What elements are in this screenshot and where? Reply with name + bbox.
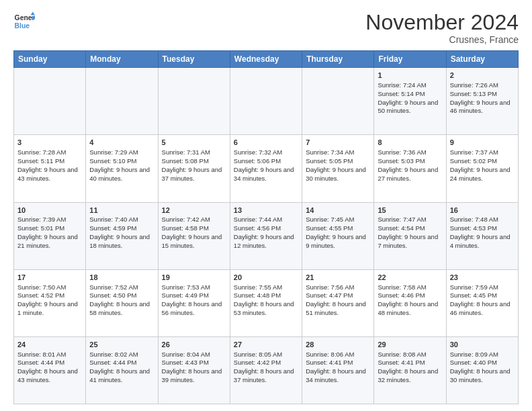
day-info: Sunrise: 8:04 AM <box>162 351 226 359</box>
day-info: Sunset: 4:46 PM <box>378 291 442 300</box>
calendar-cell: 6Sunrise: 7:32 AMSunset: 5:06 PMDaylight… <box>230 135 302 202</box>
calendar-cell <box>158 68 230 135</box>
day-info: Sunrise: 8:02 AM <box>89 351 154 359</box>
day-info: Sunrise: 7:29 AM <box>89 148 154 157</box>
day-info: Sunrise: 8:08 AM <box>378 351 442 359</box>
day-info: Sunrise: 7:59 AM <box>450 283 515 292</box>
calendar-cell: 10Sunrise: 7:39 AMSunset: 5:01 PMDayligh… <box>14 202 86 269</box>
day-number: 5 <box>162 138 226 148</box>
day-info: Sunset: 5:06 PM <box>234 157 298 166</box>
calendar-week-1: 1Sunrise: 7:24 AMSunset: 5:14 PMDaylight… <box>14 68 519 135</box>
day-info: Daylight: 9 hours and 27 minutes. <box>378 166 442 183</box>
logo: General Blue <box>13 11 35 32</box>
day-info: Sunset: 4:45 PM <box>450 291 515 300</box>
month-title: November 2024 <box>365 11 519 34</box>
day-number: 7 <box>306 138 370 148</box>
calendar-week-2: 3Sunrise: 7:28 AMSunset: 5:11 PMDaylight… <box>14 135 519 202</box>
day-info: Sunrise: 7:36 AM <box>378 148 442 157</box>
day-number: 18 <box>89 273 154 283</box>
day-info: Daylight: 9 hours and 4 minutes. <box>450 233 515 250</box>
day-info: Daylight: 8 hours and 58 minutes. <box>89 300 154 318</box>
day-info: Sunrise: 7:45 AM <box>306 216 370 224</box>
day-number: 11 <box>89 205 154 216</box>
day-info: Daylight: 8 hours and 53 minutes. <box>234 300 298 318</box>
day-info: Sunset: 4:55 PM <box>306 224 370 233</box>
day-info: Sunset: 4:47 PM <box>306 291 370 300</box>
day-info: Daylight: 8 hours and 39 minutes. <box>162 367 226 385</box>
day-info: Sunset: 5:11 PM <box>17 157 82 166</box>
day-info: Sunrise: 7:37 AM <box>450 148 515 157</box>
calendar-cell: 7Sunrise: 7:34 AMSunset: 5:05 PMDaylight… <box>302 135 374 202</box>
day-info: Sunrise: 7:24 AM <box>378 81 442 90</box>
day-info: Daylight: 8 hours and 32 minutes. <box>378 367 442 385</box>
day-info: Sunset: 4:54 PM <box>378 224 442 233</box>
day-info: Daylight: 9 hours and 37 minutes. <box>162 166 226 183</box>
calendar-cell: 14Sunrise: 7:45 AMSunset: 4:55 PMDayligh… <box>302 202 374 269</box>
day-info: Sunrise: 8:01 AM <box>17 351 82 359</box>
day-info: Sunset: 4:49 PM <box>162 291 226 300</box>
day-number: 22 <box>378 273 442 283</box>
day-info: Sunrise: 8:09 AM <box>450 351 515 359</box>
day-number: 23 <box>450 273 515 283</box>
calendar-cell <box>230 68 302 135</box>
day-number: 20 <box>234 273 298 283</box>
calendar-cell: 26Sunrise: 8:04 AMSunset: 4:43 PMDayligh… <box>158 336 230 404</box>
day-number: 26 <box>162 340 226 350</box>
day-info: Daylight: 9 hours and 7 minutes. <box>378 233 442 250</box>
day-info: Sunrise: 7:32 AM <box>234 148 298 157</box>
day-info: Sunset: 4:58 PM <box>162 224 226 233</box>
header-tuesday: Tuesday <box>158 51 230 68</box>
title-block: November 2024 Crusnes, France <box>365 11 519 45</box>
calendar-cell: 12Sunrise: 7:42 AMSunset: 4:58 PMDayligh… <box>158 202 230 269</box>
calendar-cell: 8Sunrise: 7:36 AMSunset: 5:03 PMDaylight… <box>374 135 446 202</box>
header-saturday: Saturday <box>446 51 518 68</box>
day-info: Sunset: 4:40 PM <box>450 359 515 367</box>
day-info: Sunset: 4:50 PM <box>89 291 154 300</box>
calendar-cell: 29Sunrise: 8:08 AMSunset: 4:41 PMDayligh… <box>374 336 446 404</box>
day-info: Daylight: 9 hours and 15 minutes. <box>162 233 226 250</box>
day-number: 28 <box>306 340 370 350</box>
day-number: 27 <box>234 340 298 350</box>
calendar-cell: 5Sunrise: 7:31 AMSunset: 5:08 PMDaylight… <box>158 135 230 202</box>
calendar-cell: 2Sunrise: 7:26 AMSunset: 5:13 PMDaylight… <box>446 68 518 135</box>
day-info: Sunset: 4:56 PM <box>234 224 298 233</box>
header-thursday: Thursday <box>302 51 374 68</box>
day-info: Daylight: 9 hours and 43 minutes. <box>17 166 82 183</box>
day-number: 21 <box>306 273 370 283</box>
calendar-cell: 13Sunrise: 7:44 AMSunset: 4:56 PMDayligh… <box>230 202 302 269</box>
calendar-cell: 18Sunrise: 7:52 AMSunset: 4:50 PMDayligh… <box>86 269 158 336</box>
day-info: Daylight: 8 hours and 34 minutes. <box>306 367 370 385</box>
calendar-cell: 17Sunrise: 7:50 AMSunset: 4:52 PMDayligh… <box>14 269 86 336</box>
header-wednesday: Wednesday <box>230 51 302 68</box>
calendar-week-5: 24Sunrise: 8:01 AMSunset: 4:44 PMDayligh… <box>14 336 519 404</box>
page-header: General Blue November 2024 Crusnes, Fran… <box>13 11 519 45</box>
header-monday: Monday <box>86 51 158 68</box>
day-info: Sunrise: 7:39 AM <box>17 216 82 224</box>
day-info: Sunset: 5:02 PM <box>450 157 515 166</box>
day-info: Daylight: 9 hours and 9 minutes. <box>306 233 370 250</box>
day-info: Sunrise: 7:58 AM <box>378 283 442 292</box>
day-info: Sunrise: 7:40 AM <box>89 216 154 224</box>
day-info: Sunset: 4:53 PM <box>450 224 515 233</box>
day-info: Sunset: 5:01 PM <box>17 224 82 233</box>
day-info: Daylight: 9 hours and 24 minutes. <box>450 166 515 183</box>
day-number: 25 <box>89 340 154 350</box>
location-subtitle: Crusnes, France <box>365 34 519 45</box>
calendar-week-4: 17Sunrise: 7:50 AMSunset: 4:52 PMDayligh… <box>14 269 519 336</box>
day-info: Daylight: 9 hours and 1 minute. <box>17 300 82 318</box>
day-info: Sunrise: 7:47 AM <box>378 216 442 224</box>
day-info: Sunrise: 7:48 AM <box>450 216 515 224</box>
day-info: Sunset: 4:52 PM <box>17 291 82 300</box>
day-info: Daylight: 9 hours and 18 minutes. <box>89 233 154 250</box>
svg-marker-2 <box>31 12 35 15</box>
logo-icon: General Blue <box>13 11 35 32</box>
day-info: Sunset: 4:59 PM <box>89 224 154 233</box>
day-number: 29 <box>378 340 442 350</box>
day-info: Sunrise: 8:06 AM <box>306 351 370 359</box>
day-info: Sunset: 5:08 PM <box>162 157 226 166</box>
day-info: Sunrise: 7:53 AM <box>162 283 226 292</box>
day-number: 1 <box>378 71 442 81</box>
day-info: Daylight: 9 hours and 21 minutes. <box>17 233 82 250</box>
header-sunday: Sunday <box>14 51 86 68</box>
day-info: Sunset: 4:41 PM <box>378 359 442 367</box>
